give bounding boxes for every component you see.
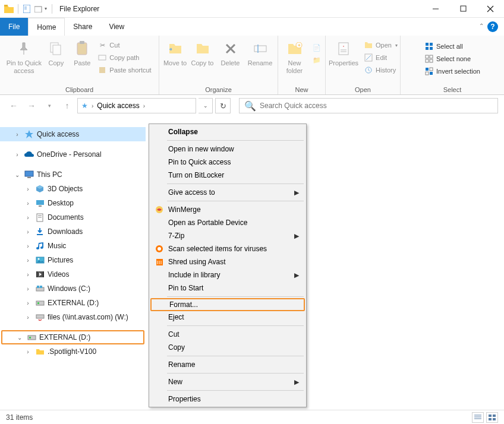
- tree-desktop[interactable]: ›Desktop: [0, 196, 146, 210]
- collapse-icon[interactable]: ⌄: [15, 334, 24, 341]
- svg-rect-36: [426, 68, 429, 71]
- open-button[interactable]: Open▾: [361, 39, 400, 51]
- cm-bitlocker[interactable]: Turn on BitLocker: [150, 169, 305, 182]
- paste-shortcut-button[interactable]: Paste shortcut: [95, 64, 153, 76]
- tree-downloads[interactable]: ›Downloads: [0, 224, 146, 239]
- desktop-icon: [34, 198, 45, 208]
- copy-button[interactable]: Copy: [43, 37, 69, 67]
- refresh-button[interactable]: ↻: [215, 98, 231, 113]
- tab-file[interactable]: File: [0, 18, 28, 36]
- easy-access-button[interactable]: 📁: [310, 54, 324, 66]
- cm-format[interactable]: Format...: [150, 298, 305, 311]
- address-bar[interactable]: ★ › Quick access ›: [77, 98, 196, 113]
- cm-open-new-window[interactable]: Open in new window: [150, 143, 305, 156]
- maximize-button[interactable]: [449, 0, 477, 18]
- pin-quick-access-button[interactable]: Pin to Quick access: [5, 37, 43, 75]
- tree-this-pc[interactable]: ⌄ This PC: [0, 167, 146, 182]
- expand-icon[interactable]: ›: [13, 131, 21, 138]
- history-button[interactable]: History: [361, 64, 400, 76]
- tree-music[interactable]: ›Music: [0, 239, 146, 253]
- cm-scan-viruses[interactable]: Scan selected items for viruses: [150, 242, 305, 255]
- qat-dropdown-icon[interactable]: ▾: [45, 6, 47, 11]
- new-item-button[interactable]: 📄: [310, 42, 324, 53]
- cut-button[interactable]: ✂Cut: [95, 39, 153, 51]
- search-box[interactable]: 🔍: [239, 98, 498, 113]
- properties-button[interactable]: Properties: [326, 37, 361, 67]
- svg-rect-42: [27, 177, 31, 178]
- svg-rect-37: [430, 68, 433, 71]
- cm-shred-avast[interactable]: Shred using Avast: [150, 255, 305, 268]
- tree-external-d[interactable]: ›EXTERNAL (D:): [0, 296, 146, 310]
- cm-include-library[interactable]: Include in library▶: [150, 268, 305, 281]
- invert-selection-button[interactable]: Invert selection: [422, 65, 483, 77]
- delete-button[interactable]: Delete: [216, 37, 245, 67]
- tree-external-d-root[interactable]: ⌄ EXTERNAL (D:): [1, 330, 144, 344]
- select-none-button[interactable]: Select none: [422, 53, 483, 65]
- tab-share[interactable]: Share: [65, 18, 100, 36]
- edit-button[interactable]: Edit: [361, 52, 400, 64]
- cm-give-access[interactable]: Give access to▶: [150, 186, 305, 199]
- tree-windows-c[interactable]: ›Windows (C:): [0, 281, 146, 296]
- copy-to-button[interactable]: Copy to: [189, 37, 216, 67]
- downloads-icon: [34, 226, 45, 237]
- properties-icon: [334, 39, 353, 58]
- help-icon[interactable]: ?: [487, 21, 498, 32]
- tree-3d-objects[interactable]: ›3D Objects: [0, 182, 146, 196]
- expand-icon[interactable]: ›: [13, 151, 21, 158]
- cm-separator: [167, 356, 304, 356]
- search-input[interactable]: [260, 102, 493, 110]
- cm-pin-quick[interactable]: Pin to Quick access: [150, 156, 305, 169]
- tab-home[interactable]: Home: [28, 18, 65, 36]
- paste-button[interactable]: Paste: [69, 37, 95, 67]
- cm-7zip[interactable]: 7-Zip▶: [150, 229, 305, 242]
- new-folder-icon[interactable]: [34, 4, 43, 14]
- documents-icon: [34, 212, 45, 223]
- tab-view[interactable]: View: [100, 18, 133, 36]
- recent-dropdown[interactable]: ▾: [42, 98, 57, 113]
- close-button[interactable]: [477, 0, 504, 18]
- copy-path-button[interactable]: Copy path: [95, 52, 153, 64]
- svg-text:✦: ✦: [297, 43, 301, 48]
- properties-icon[interactable]: [22, 4, 32, 14]
- rename-icon: [251, 39, 270, 58]
- forward-button[interactable]: →: [24, 98, 39, 113]
- tree-onedrive[interactable]: › OneDrive - Personal: [0, 147, 146, 162]
- tree-documents[interactable]: ›Documents: [0, 210, 146, 224]
- icons-view-button[interactable]: [486, 412, 498, 423]
- tree-files-w[interactable]: ›files (\\int.avast.com) (W:): [0, 310, 146, 324]
- cm-winmerge[interactable]: WinMerge: [150, 203, 305, 216]
- details-view-button[interactable]: [472, 412, 484, 423]
- cm-collapse[interactable]: Collapse: [150, 125, 305, 138]
- tree-spotlight[interactable]: ›.Spotlight-V100: [0, 344, 146, 359]
- up-button[interactable]: ↑: [59, 98, 75, 113]
- history-icon: [364, 65, 373, 75]
- cm-cut[interactable]: Cut: [150, 328, 305, 341]
- cm-portable-device[interactable]: Open as Portable Device: [150, 216, 305, 229]
- cm-copy[interactable]: Copy: [150, 341, 305, 354]
- move-to-button[interactable]: Move to: [162, 37, 189, 67]
- rename-button[interactable]: Rename: [245, 37, 276, 67]
- svg-rect-38: [426, 72, 429, 75]
- address-dropdown[interactable]: ⌄: [199, 98, 213, 113]
- cm-eject[interactable]: Eject: [150, 311, 305, 324]
- cm-properties[interactable]: Properties: [150, 393, 305, 406]
- new-folder-button[interactable]: ✦ New folder: [280, 37, 310, 75]
- tree-videos[interactable]: ›Videos: [0, 267, 146, 281]
- quick-access-star-icon: ★: [81, 102, 88, 110]
- breadcrumb-quick-access[interactable]: Quick access: [97, 102, 139, 110]
- minimize-button[interactable]: [422, 0, 449, 18]
- svg-rect-62: [29, 337, 31, 338]
- chevron-right-icon: ›: [92, 103, 93, 109]
- svg-rect-32: [426, 55, 429, 58]
- tree-quick-access[interactable]: › Quick access: [0, 127, 146, 141]
- collapse-ribbon-icon[interactable]: ⌃: [479, 23, 484, 29]
- back-button[interactable]: ←: [6, 98, 21, 113]
- ribbon-group-new: ✦ New folder 📄 📁 New: [278, 36, 326, 94]
- cm-new[interactable]: New▶: [150, 375, 305, 388]
- tree-pictures[interactable]: ›Pictures: [0, 253, 146, 267]
- select-all-button[interactable]: Select all: [422, 40, 483, 52]
- cm-pin-start[interactable]: Pin to Start: [150, 281, 305, 295]
- cm-rename[interactable]: Rename: [150, 358, 305, 371]
- svg-rect-30: [426, 47, 429, 50]
- collapse-icon[interactable]: ⌄: [13, 172, 21, 178]
